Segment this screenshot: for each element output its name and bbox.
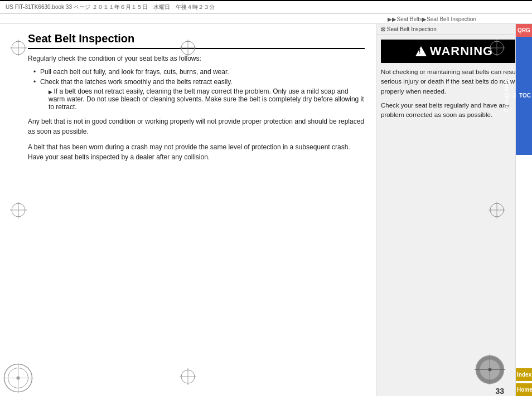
svg-point-27 <box>489 368 492 372</box>
sub-bullet: If a belt does not retract easily, clean… <box>40 87 365 111</box>
tab-toc-number: 3 <box>513 92 516 99</box>
page-title: Seat Belt Inspection <box>28 32 365 49</box>
bullet-item-1: Pull each belt out fully, and look for f… <box>33 68 365 76</box>
top-bar-text: US FIT-31TK6630.book 33 ページ ２０１１年６月１５日 水… <box>6 3 215 11</box>
content-area: Seat Belt Inspection Regularly check the… <box>0 24 376 396</box>
top-bar: US FIT-31TK6630.book 33 ページ ２０１１年６月１５日 水… <box>0 0 532 14</box>
breadcrumb: ▶▶Seat Belts▶Seat Belt Inspection <box>0 14 532 24</box>
body-text-2: A belt that has been worn during a crash… <box>28 142 365 162</box>
big-circle-bottom-right <box>475 354 505 385</box>
corner-crosshair-mr <box>489 202 505 218</box>
corner-crosshair-tc <box>180 40 196 56</box>
right-panel: Seat Belt Inspection WARNING Not checkin… <box>376 24 532 396</box>
tab-spacer <box>516 155 532 368</box>
tab-index[interactable]: Index <box>516 368 532 381</box>
tab-qrg[interactable]: QRG <box>516 24 532 37</box>
corner-crosshair-tl <box>10 40 27 56</box>
intro-text: Regularly check the condition of your se… <box>28 55 365 62</box>
breadcrumb-text: ▶▶Seat Belts▶Seat Belt Inspection <box>388 16 476 22</box>
corner-crosshair-tr <box>489 40 505 56</box>
warning-box: WARNING <box>381 40 528 63</box>
big-circle-bottom-left <box>3 363 33 393</box>
page-number: 33 <box>495 387 504 396</box>
warning-triangle-icon <box>415 46 427 56</box>
tab-home[interactable]: Home <box>516 383 532 396</box>
svg-point-16 <box>17 377 20 380</box>
corner-crosshair-ml <box>10 202 27 218</box>
body-text-1: Any belt that is not in good condition o… <box>28 116 365 136</box>
tab-toc[interactable]: TOC 3 Safe Driving <box>516 37 532 155</box>
right-sidebar: QRG TOC 3 Safe Driving Index Home <box>515 24 532 396</box>
warning-label: Seat Belt Inspection <box>376 24 532 35</box>
tab-toc-subtext: Safe Driving <box>504 80 510 112</box>
main-layout: Seat Belt Inspection Regularly check the… <box>0 24 532 396</box>
tab-toc-label: TOC <box>519 92 531 99</box>
bullet-item-2: Check that the latches work smoothly and… <box>33 78 365 111</box>
bullet-list: Pull each belt out fully, and look for f… <box>28 68 365 111</box>
corner-crosshair-bc <box>180 368 196 385</box>
warning-title: WARNING <box>430 44 493 58</box>
